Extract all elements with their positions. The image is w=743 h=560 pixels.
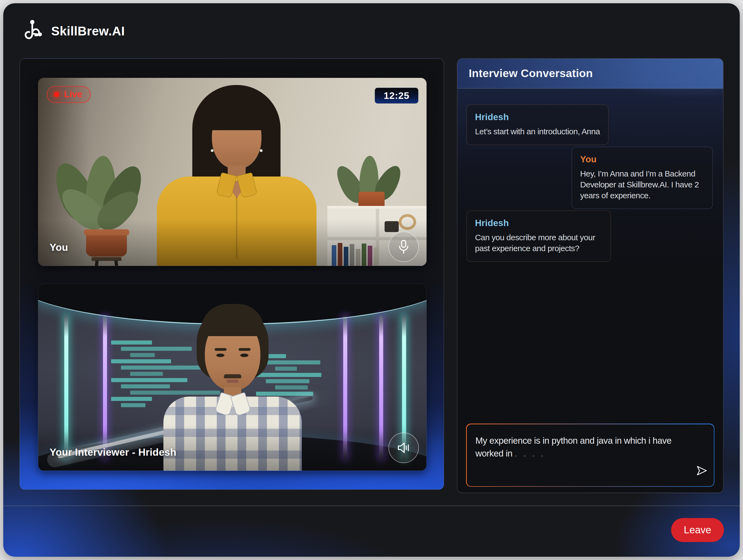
interviewer-video-tile: Your Interviewer - Hridesh <box>38 284 427 471</box>
message-text: Can you describe more about your past ex… <box>475 232 603 254</box>
send-icon <box>696 473 708 477</box>
message-sender: Hridesh <box>475 218 603 228</box>
self-video-label: You <box>50 242 68 253</box>
send-button[interactable] <box>695 465 708 478</box>
message-sender: Hridesh <box>475 112 600 122</box>
mic-button[interactable] <box>388 231 419 262</box>
session-timer: 12:25 <box>375 88 418 103</box>
interviewer-video-label: Your Interviewer - Hridesh <box>50 447 176 458</box>
message-input[interactable]: My experience is in python and java in w… <box>466 424 714 487</box>
speaker-icon <box>396 441 411 454</box>
self-video-scene <box>38 78 427 266</box>
message-input-text-area[interactable]: My experience is in python and java in w… <box>467 424 714 486</box>
message-sender: You <box>580 154 704 165</box>
video-panel: Live 12:25 You <box>19 58 444 490</box>
interviewer-video-scene <box>38 284 427 471</box>
brand-name: SkillBrew.AI <box>51 24 125 38</box>
chat-message: Hridesh Let’s start with an introduction… <box>467 104 608 145</box>
live-badge: Live <box>47 86 91 103</box>
label-gradient <box>38 220 427 266</box>
leave-button[interactable]: Leave <box>671 518 724 542</box>
chat-panel: Interview Conversation Hridesh Let’s sta… <box>457 58 724 493</box>
speaker-button[interactable] <box>388 433 419 463</box>
app-window: SkillBrew.AI <box>3 3 740 557</box>
chat-message: You Hey, I’m Anna and I’m a Backend Deve… <box>572 147 713 209</box>
skillbrew-logo-icon <box>22 19 44 43</box>
chat-title: Interview Conversation <box>457 58 723 89</box>
message-input-dots: . . . . <box>515 448 545 459</box>
microphone-icon <box>397 239 411 254</box>
footer-divider <box>3 506 740 506</box>
self-video-tile: Live 12:25 You <box>38 78 427 266</box>
message-text: Let’s start with an introduction, Anna <box>475 126 600 137</box>
message-input-value: My experience is in python and java in w… <box>476 435 672 459</box>
message-text: Hey, I’m Anna and I’m a Backend Develope… <box>580 168 704 201</box>
chat-message: Hridesh Can you describe more about your… <box>467 211 611 262</box>
live-label: Live <box>64 89 82 99</box>
brand-header: SkillBrew.AI <box>22 19 125 43</box>
live-dot-icon <box>54 92 59 97</box>
